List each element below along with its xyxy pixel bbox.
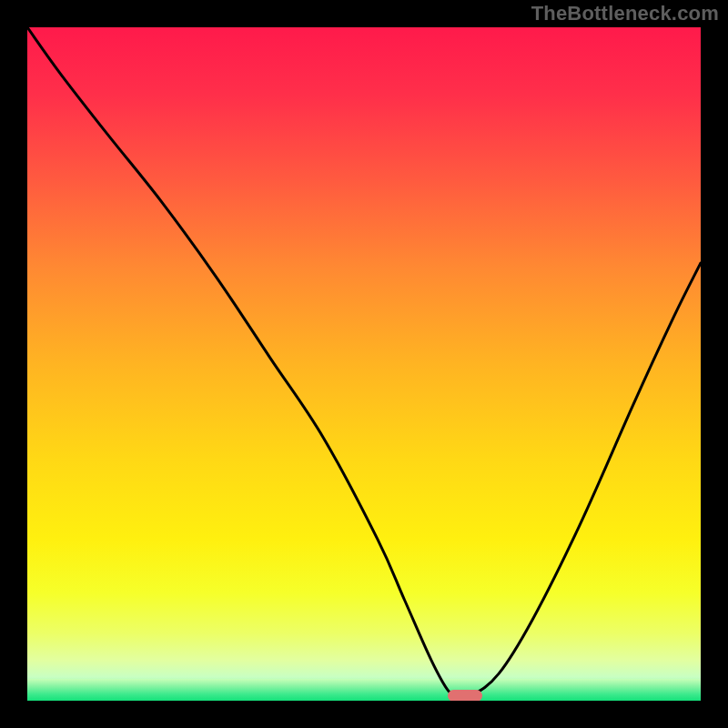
watermark-text: TheBottleneck.com [531, 2, 719, 25]
optimal-marker [448, 690, 482, 701]
plot-area [27, 27, 701, 701]
chart-frame: TheBottleneck.com [0, 0, 728, 728]
bottleneck-curve [27, 27, 701, 701]
